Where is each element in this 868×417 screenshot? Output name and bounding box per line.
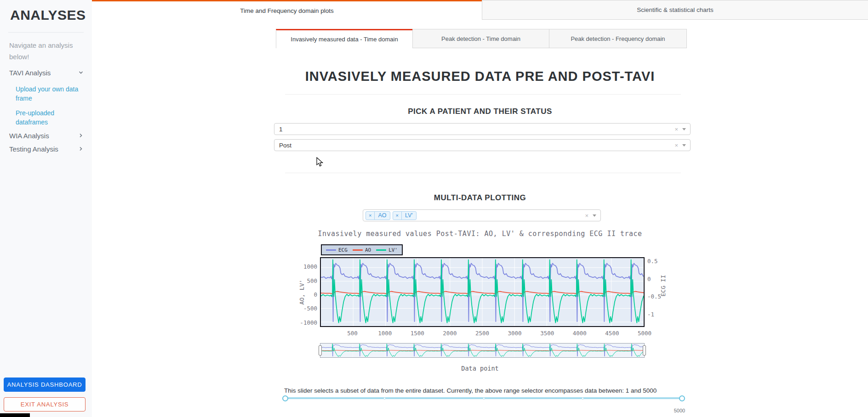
- divider: [285, 94, 681, 95]
- tab-label: Scientific & statistical charts: [637, 6, 714, 13]
- sidebar-item-tavi-analysis[interactable]: TAVI Analysis: [9, 69, 84, 77]
- plotting-heading: MULTI-DATA PLOTTING: [92, 193, 868, 203]
- x-tick: 1000: [371, 330, 399, 337]
- slider-handle-right[interactable]: [679, 395, 685, 401]
- y-tick-left: 500: [293, 277, 317, 284]
- chip-label: AO: [375, 212, 389, 220]
- x-tick: 3500: [533, 330, 561, 337]
- sidebar-link-upload-dataframe[interactable]: Upload your own data frame: [16, 85, 81, 103]
- x-tick: 500: [339, 330, 366, 337]
- rangeslider[interactable]: [320, 343, 645, 358]
- y-tick-right: -1: [647, 311, 668, 318]
- slider-mark[interactable]: [582, 397, 584, 400]
- selected-chip-ao: × AO: [365, 211, 390, 220]
- sidebar-item-label: TAVI Analysis: [9, 69, 51, 77]
- clear-icon[interactable]: ×: [674, 142, 678, 148]
- data-range-slider[interactable]: [285, 395, 682, 401]
- mouse-cursor: [316, 157, 324, 169]
- legend-label: LV': [388, 247, 398, 253]
- page-title: INVASIVELY MEASURED DATA PRE AND POST-TA…: [92, 69, 868, 84]
- sidebar-link-preuploaded-dataframes[interactable]: Pre-uploaded dataframes: [16, 108, 81, 127]
- x-tick: 2500: [468, 330, 496, 337]
- slider-note: This slider selects a subset of data fro…: [284, 387, 657, 394]
- chevron-right-icon: [78, 145, 84, 153]
- subtab-invasively-measured-time-domain[interactable]: Invasively measured data - Time domain: [276, 29, 413, 48]
- x-tick: 4000: [566, 330, 594, 337]
- slider-mark[interactable]: [383, 397, 386, 400]
- x-tick: 3000: [501, 330, 529, 337]
- sidebar-item-label: Testing Analysis: [9, 145, 58, 153]
- picker-heading: PICK A PATIENT AND THEIR STATUS: [92, 107, 868, 116]
- bottom-corner-artifact: [0, 413, 30, 417]
- sidebar-item-label: WIA Analysis: [9, 132, 49, 140]
- y-tick-right: 0: [647, 276, 668, 282]
- multi-data-select[interactable]: × AO × LV' ×: [363, 209, 601, 221]
- y-tick-left: 1000: [293, 263, 317, 270]
- legend-item-ecg[interactable]: ECG: [326, 247, 348, 253]
- slider-mark[interactable]: [483, 397, 485, 400]
- x-tick: 1500: [404, 330, 431, 337]
- y-tick-left: -1000: [293, 319, 317, 326]
- legend-swatch-ao: [353, 249, 363, 251]
- chart-title: Invasively measured values Post-TAVI: AO…: [92, 230, 868, 238]
- subtab-peak-detection-frequency-domain[interactable]: Peak detection - Frequency domain: [549, 29, 687, 48]
- remove-chip-icon[interactable]: ×: [393, 212, 402, 220]
- rangeslider-handle-left[interactable]: [319, 345, 322, 355]
- clear-icon[interactable]: ×: [585, 213, 588, 219]
- patient-dropdown[interactable]: 1 ×: [274, 123, 691, 135]
- slider-max-label: 5000: [670, 408, 689, 413]
- x-tick: 4500: [598, 330, 626, 337]
- remove-chip-icon[interactable]: ×: [366, 212, 375, 220]
- tab-label: Time and Frequency domain plots: [240, 7, 334, 14]
- y-tick-left: 0: [293, 291, 317, 298]
- sidebar-item-testing-analysis[interactable]: Testing Analysis: [9, 145, 84, 153]
- legend-swatch-lv: [376, 249, 386, 251]
- selected-chip-lv: × LV': [393, 211, 417, 220]
- status-dropdown-value: Post: [279, 142, 291, 149]
- subtab-label: Invasively measured data - Time domain: [291, 36, 398, 43]
- legend-item-lv[interactable]: LV': [376, 247, 398, 253]
- chevron-down-icon[interactable]: [682, 144, 686, 147]
- legend-label: ECG: [338, 247, 348, 253]
- main-plot-area[interactable]: [320, 257, 645, 327]
- subtab-label: Peak detection - Frequency domain: [571, 35, 665, 42]
- chevron-right-icon: [78, 132, 84, 140]
- sidebar-divider: [8, 32, 84, 33]
- y-tick-left: -500: [293, 305, 317, 312]
- legend-label: AO: [365, 247, 371, 253]
- chevron-down-icon[interactable]: [682, 128, 686, 130]
- sidebar-item-wia-analysis[interactable]: WIA Analysis: [9, 132, 84, 140]
- legend-item-ao[interactable]: AO: [353, 247, 371, 253]
- chip-label: LV': [402, 212, 416, 220]
- subtab-label: Peak detection - Time domain: [441, 35, 520, 42]
- exit-analysis-button[interactable]: EXIT ANALYSIS: [4, 397, 86, 411]
- x-tick: 2000: [436, 330, 463, 337]
- y-axis-label-right: ECG II: [660, 263, 667, 309]
- tab-scientific-statistical[interactable]: Scientific & statistical charts: [482, 0, 868, 20]
- tab-time-frequency-domain[interactable]: Time and Frequency domain plots: [92, 0, 482, 20]
- clear-icon[interactable]: ×: [674, 126, 678, 132]
- sidebar: ANALYSES Navigate an analysis below! TAV…: [0, 0, 92, 417]
- sidebar-subtitle: Navigate an analysis below!: [9, 39, 84, 62]
- x-tick: 5000: [631, 330, 658, 337]
- chart-legend: ECG AO LV': [321, 244, 403, 255]
- divider: [285, 173, 681, 173]
- rangeslider-handle-right[interactable]: [643, 345, 646, 355]
- y-tick-right: 0.5: [647, 258, 668, 265]
- legend-swatch-ecg: [326, 249, 336, 251]
- y-tick-right: -0.5: [647, 293, 668, 300]
- x-axis-label: Data point: [92, 365, 868, 372]
- patient-dropdown-value: 1: [279, 126, 283, 133]
- status-dropdown[interactable]: Post ×: [274, 139, 691, 151]
- subtab-peak-detection-time-domain[interactable]: Peak detection - Time domain: [412, 29, 549, 48]
- slider-handle-left[interactable]: [282, 395, 288, 401]
- chevron-down-icon[interactable]: [593, 214, 596, 217]
- analysis-dashboard-button[interactable]: ANALYSIS DASHBOARD: [4, 378, 86, 392]
- chevron-down-icon: [78, 69, 84, 77]
- sidebar-title: ANALYSES: [10, 7, 86, 23]
